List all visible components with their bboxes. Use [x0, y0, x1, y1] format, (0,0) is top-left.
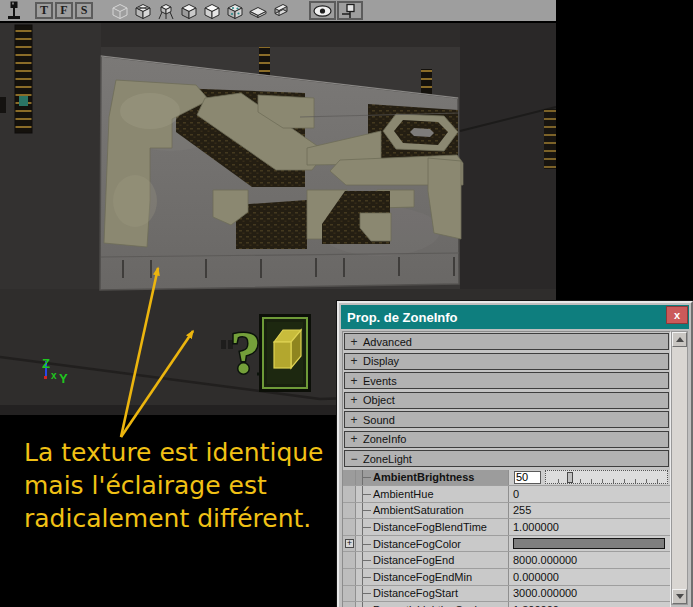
letter-t-button[interactable]: T [35, 2, 53, 19]
axis-y-label: Y [59, 371, 68, 386]
slider-ticks [548, 479, 665, 483]
up-arrow-icon [676, 337, 684, 342]
property-value[interactable]: 255 [508, 503, 670, 519]
property-name: DistanceFogEnd [356, 552, 508, 568]
property-name: DistanceFogEndMin [356, 569, 508, 585]
property-name: DramaticLightingScale [356, 602, 508, 607]
expand-box-icon[interactable]: + [345, 539, 354, 548]
property-name: DistanceFogColor [356, 536, 508, 552]
property-value[interactable]: 0.000000 [508, 569, 670, 585]
property-value[interactable]: 8000.000000 [508, 552, 670, 568]
letter-f-button[interactable]: F [55, 2, 73, 19]
letter-s-button[interactable]: S [75, 2, 93, 19]
category-events[interactable]: + Events [344, 372, 669, 389]
connector-icon [340, 3, 360, 19]
wireframe-cube-icon[interactable] [110, 1, 130, 21]
category-zoneinfo[interactable]: + ZoneInfo [344, 431, 669, 448]
expand-plus-icon: + [345, 335, 363, 349]
row-gutter [343, 602, 356, 607]
property-name: AmbientBrightness [356, 470, 508, 486]
property-name: DistanceFogBlendTime [356, 519, 508, 535]
category-label: Events [363, 375, 397, 387]
row-gutter [343, 503, 356, 519]
zoneinfo-sprite[interactable]: ? [230, 316, 309, 390]
annotation-line-2: mais l'éclairage est [24, 469, 354, 502]
scroll-down-button[interactable] [672, 589, 687, 604]
property-value[interactable]: 1.000000 [508, 519, 670, 535]
expand-plus-icon: + [345, 413, 363, 427]
row-gutter [343, 569, 356, 585]
row-gutter [343, 552, 356, 568]
property-row-ambientsaturation[interactable]: AmbientSaturation 255 [343, 503, 670, 520]
property-row-ambientbrightness[interactable]: AmbientBrightness [343, 470, 670, 487]
category-object[interactable]: + Object [344, 392, 669, 409]
category-label: ZoneLight [363, 453, 412, 465]
down-arrow-icon [676, 594, 684, 599]
property-name: DistanceFogStart [356, 586, 508, 602]
close-icon: x [674, 309, 680, 321]
annotation-line-3: radicalement différent. [24, 502, 354, 535]
flat-sheet-icon[interactable] [248, 1, 268, 21]
window-title-bar[interactable]: Prop. de ZoneInfo [341, 305, 689, 329]
scroll-up-button[interactable] [672, 332, 687, 347]
expand-plus-icon: + [345, 432, 363, 446]
category-label: Object [363, 394, 395, 406]
eye-icon [312, 4, 333, 18]
fog-color-swatch[interactable] [513, 538, 665, 549]
wall-ladder-strip [15, 25, 32, 133]
textured-cube-icon[interactable] [225, 1, 245, 21]
expand-plus-icon: + [345, 374, 363, 388]
category-zonelight[interactable]: − ZoneLight [344, 450, 669, 467]
property-row-dramaticlightingscale[interactable]: DramaticLightingScale 1.300000 [343, 602, 670, 607]
bsp-tripod-cube-icon[interactable] [156, 1, 176, 21]
window-title: Prop. de ZoneInfo [347, 310, 458, 325]
letter-f-label: F [60, 3, 67, 18]
category-label: Display [363, 355, 399, 367]
property-row-ambienthue[interactable]: AmbientHue 0 [343, 486, 670, 503]
ambientbrightness-input[interactable] [514, 471, 541, 484]
property-value[interactable]: 1.300000 [508, 602, 670, 607]
actor-lever-icon[interactable] [6, 1, 22, 20]
axis-x-label: x [51, 370, 57, 381]
row-gutter [343, 586, 356, 602]
eye-button[interactable] [309, 1, 336, 20]
row-gutter [343, 486, 356, 502]
category-display[interactable]: + Display [344, 353, 669, 370]
category-sound[interactable]: + Sound [344, 411, 669, 428]
question-mark-icon: ? [230, 318, 261, 386]
unlit-cube-icon[interactable] [202, 1, 222, 21]
property-row-distancefogblendtime[interactable]: DistanceFogBlendTime 1.000000 [343, 519, 670, 536]
property-row-distancefogendmin[interactable]: DistanceFogEndMin 0.000000 [343, 569, 670, 586]
scrollbar[interactable] [671, 331, 688, 605]
row-gutter [343, 519, 356, 535]
property-value[interactable]: 0 [508, 486, 670, 502]
annotation-line-1: La texture est identique [24, 436, 354, 469]
category-label: Sound [363, 414, 395, 426]
property-row-distancefogcolor[interactable]: + DistanceFogColor [343, 536, 670, 553]
close-button[interactable]: x [666, 306, 688, 324]
letter-t-label: T [40, 3, 48, 18]
collapse-minus-icon: − [345, 452, 363, 466]
ambientbrightness-slider[interactable] [545, 470, 668, 484]
property-grid: + Advanced + Display + Events + Object +… [342, 331, 671, 607]
property-value[interactable]: 3000.000000 [508, 586, 670, 602]
letter-s-label: S [81, 3, 88, 18]
layered-sheets-icon[interactable] [271, 1, 291, 21]
category-label: Advanced [363, 336, 412, 348]
property-name: AmbientHue [356, 486, 508, 502]
lit-cube-icon[interactable] [179, 1, 199, 21]
category-label: ZoneInfo [363, 433, 406, 445]
row-gutter [343, 470, 356, 486]
expand-plus-icon: + [345, 354, 363, 368]
zoneinfo-properties-window: Prop. de ZoneInfo x + Advanced + Display… [337, 301, 693, 607]
expand-plus-icon: + [345, 393, 363, 407]
category-advanced[interactable]: + Advanced [344, 333, 669, 350]
property-row-distancefogstart[interactable]: DistanceFogStart 3000.000000 [343, 586, 670, 603]
axis-z-label: Z [42, 356, 50, 371]
slider-thumb[interactable] [567, 472, 573, 483]
connector-button[interactable] [337, 1, 363, 20]
property-row-distancefogend[interactable]: DistanceFogEnd 8000.000000 [343, 552, 670, 569]
property-name: AmbientSaturation [356, 503, 508, 519]
annotation-text: La texture est identique mais l'éclairag… [24, 436, 354, 535]
zones-cube-icon[interactable] [133, 1, 153, 21]
